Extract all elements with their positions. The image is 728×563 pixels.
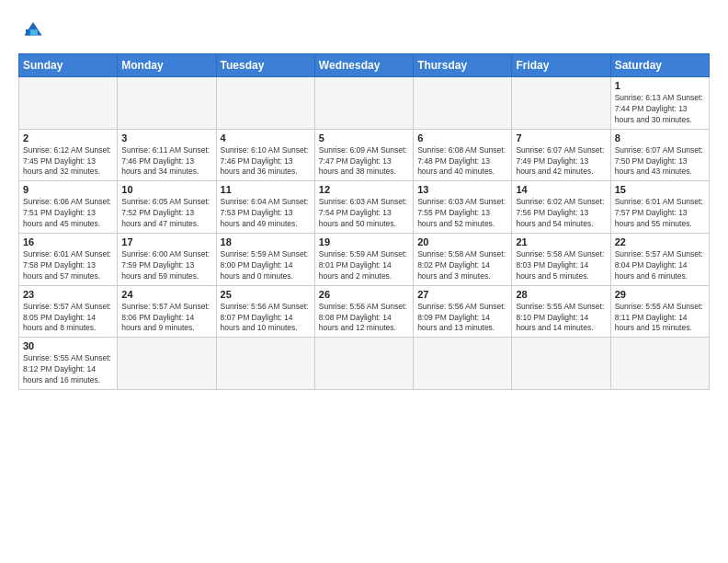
weekday-header-tuesday: Tuesday bbox=[216, 54, 314, 77]
day-number: 23 bbox=[23, 289, 113, 300]
day-cell: 10Sunrise: 6:05 AM Sunset: 7:52 PM Dayli… bbox=[118, 181, 216, 234]
day-cell: 20Sunrise: 5:58 AM Sunset: 8:02 PM Dayli… bbox=[414, 234, 512, 286]
day-number: 12 bbox=[319, 184, 409, 195]
day-number: 13 bbox=[417, 184, 507, 195]
day-number: 30 bbox=[23, 340, 113, 351]
day-number: 10 bbox=[121, 184, 211, 195]
day-cell bbox=[512, 77, 610, 130]
day-info: Sunrise: 5:56 AM Sunset: 8:07 PM Dayligh… bbox=[221, 302, 311, 335]
day-cell: 22Sunrise: 5:57 AM Sunset: 8:04 PM Dayli… bbox=[610, 234, 709, 286]
day-info: Sunrise: 6:01 AM Sunset: 7:58 PM Dayligh… bbox=[23, 249, 113, 282]
day-cell: 4Sunrise: 6:10 AM Sunset: 7:46 PM Daylig… bbox=[216, 129, 314, 181]
day-info: Sunrise: 6:05 AM Sunset: 7:52 PM Dayligh… bbox=[121, 197, 211, 230]
day-cell: 12Sunrise: 6:03 AM Sunset: 7:54 PM Dayli… bbox=[314, 181, 413, 234]
day-number: 1 bbox=[615, 80, 705, 91]
weekday-header-thursday: Thursday bbox=[414, 54, 512, 77]
day-cell: 24Sunrise: 5:57 AM Sunset: 8:06 PM Dayli… bbox=[118, 285, 216, 338]
day-cell bbox=[118, 338, 216, 390]
day-cell: 25Sunrise: 5:56 AM Sunset: 8:07 PM Dayli… bbox=[216, 285, 314, 338]
day-info: Sunrise: 6:01 AM Sunset: 7:57 PM Dayligh… bbox=[615, 197, 705, 230]
day-number: 6 bbox=[417, 132, 507, 144]
svg-rect-3 bbox=[26, 29, 30, 35]
day-info: Sunrise: 6:03 AM Sunset: 7:55 PM Dayligh… bbox=[417, 197, 507, 230]
day-cell: 5Sunrise: 6:09 AM Sunset: 7:47 PM Daylig… bbox=[314, 129, 413, 181]
day-cell: 19Sunrise: 5:59 AM Sunset: 8:01 PM Dayli… bbox=[314, 234, 413, 286]
day-number: 7 bbox=[516, 132, 606, 144]
day-info: Sunrise: 6:00 AM Sunset: 7:59 PM Dayligh… bbox=[121, 249, 211, 282]
day-number: 24 bbox=[121, 289, 211, 300]
day-cell bbox=[19, 77, 118, 130]
day-number: 21 bbox=[516, 236, 606, 247]
day-cell: 14Sunrise: 6:02 AM Sunset: 7:56 PM Dayli… bbox=[512, 181, 610, 234]
page: SundayMondayTuesdayWednesdayThursdayFrid… bbox=[0, 0, 728, 399]
day-cell: 29Sunrise: 5:55 AM Sunset: 8:11 PM Dayli… bbox=[610, 285, 709, 338]
week-row-2: 9Sunrise: 6:06 AM Sunset: 7:51 PM Daylig… bbox=[19, 181, 710, 234]
day-info: Sunrise: 6:03 AM Sunset: 7:54 PM Dayligh… bbox=[319, 197, 409, 230]
week-row-4: 23Sunrise: 5:57 AM Sunset: 8:05 PM Dayli… bbox=[19, 285, 710, 338]
day-cell: 28Sunrise: 5:55 AM Sunset: 8:10 PM Dayli… bbox=[512, 285, 610, 338]
day-number: 15 bbox=[615, 184, 705, 195]
week-row-5: 30Sunrise: 5:55 AM Sunset: 8:12 PM Dayli… bbox=[19, 338, 710, 390]
day-number: 28 bbox=[516, 289, 606, 300]
day-cell: 21Sunrise: 5:58 AM Sunset: 8:03 PM Dayli… bbox=[512, 234, 610, 286]
day-info: Sunrise: 6:04 AM Sunset: 7:53 PM Dayligh… bbox=[221, 197, 311, 230]
day-cell: 18Sunrise: 5:59 AM Sunset: 8:00 PM Dayli… bbox=[216, 234, 314, 286]
day-info: Sunrise: 6:02 AM Sunset: 7:56 PM Dayligh… bbox=[516, 197, 606, 230]
logo bbox=[18, 15, 51, 44]
day-cell: 1Sunrise: 6:13 AM Sunset: 7:44 PM Daylig… bbox=[610, 77, 709, 130]
day-info: Sunrise: 5:55 AM Sunset: 8:12 PM Dayligh… bbox=[23, 353, 113, 386]
day-info: Sunrise: 6:07 AM Sunset: 7:49 PM Dayligh… bbox=[516, 145, 606, 178]
day-number: 3 bbox=[121, 132, 211, 144]
day-number: 14 bbox=[516, 184, 606, 195]
day-info: Sunrise: 5:57 AM Sunset: 8:06 PM Dayligh… bbox=[121, 302, 211, 335]
day-cell: 11Sunrise: 6:04 AM Sunset: 7:53 PM Dayli… bbox=[216, 181, 314, 234]
day-cell: 13Sunrise: 6:03 AM Sunset: 7:55 PM Dayli… bbox=[414, 181, 512, 234]
day-cell: 6Sunrise: 6:08 AM Sunset: 7:48 PM Daylig… bbox=[414, 129, 512, 181]
day-cell: 26Sunrise: 5:56 AM Sunset: 8:08 PM Dayli… bbox=[314, 285, 413, 338]
day-cell: 2Sunrise: 6:12 AM Sunset: 7:45 PM Daylig… bbox=[19, 129, 118, 181]
calendar: SundayMondayTuesdayWednesdayThursdayFrid… bbox=[18, 53, 710, 390]
day-info: Sunrise: 6:07 AM Sunset: 7:50 PM Dayligh… bbox=[615, 145, 705, 178]
day-cell: 8Sunrise: 6:07 AM Sunset: 7:50 PM Daylig… bbox=[610, 129, 709, 181]
day-cell: 3Sunrise: 6:11 AM Sunset: 7:46 PM Daylig… bbox=[118, 129, 216, 181]
day-number: 5 bbox=[319, 132, 409, 144]
day-cell bbox=[512, 338, 610, 390]
day-number: 19 bbox=[319, 236, 409, 247]
day-info: Sunrise: 6:10 AM Sunset: 7:46 PM Dayligh… bbox=[221, 145, 311, 178]
logo-icon bbox=[18, 15, 48, 44]
day-cell bbox=[216, 77, 314, 130]
day-number: 16 bbox=[23, 236, 113, 247]
day-cell bbox=[414, 77, 512, 130]
day-cell: 16Sunrise: 6:01 AM Sunset: 7:58 PM Dayli… bbox=[19, 234, 118, 286]
day-cell: 27Sunrise: 5:56 AM Sunset: 8:09 PM Dayli… bbox=[414, 285, 512, 338]
day-number: 29 bbox=[615, 289, 705, 300]
day-cell bbox=[314, 338, 413, 390]
day-info: Sunrise: 5:59 AM Sunset: 8:01 PM Dayligh… bbox=[319, 249, 409, 282]
day-info: Sunrise: 5:58 AM Sunset: 8:02 PM Dayligh… bbox=[417, 249, 507, 282]
week-row-0: 1Sunrise: 6:13 AM Sunset: 7:44 PM Daylig… bbox=[19, 77, 710, 130]
day-cell bbox=[216, 338, 314, 390]
day-info: Sunrise: 5:57 AM Sunset: 8:04 PM Dayligh… bbox=[615, 249, 705, 282]
weekday-header-friday: Friday bbox=[512, 54, 610, 77]
day-info: Sunrise: 5:56 AM Sunset: 8:08 PM Dayligh… bbox=[319, 302, 409, 335]
day-cell: 15Sunrise: 6:01 AM Sunset: 7:57 PM Dayli… bbox=[610, 181, 709, 234]
day-number: 22 bbox=[615, 236, 705, 247]
day-info: Sunrise: 6:08 AM Sunset: 7:48 PM Dayligh… bbox=[417, 145, 507, 178]
day-info: Sunrise: 6:13 AM Sunset: 7:44 PM Dayligh… bbox=[615, 93, 705, 126]
day-number: 18 bbox=[221, 236, 311, 247]
week-row-1: 2Sunrise: 6:12 AM Sunset: 7:45 PM Daylig… bbox=[19, 129, 710, 181]
weekday-header-wednesday: Wednesday bbox=[314, 54, 413, 77]
day-info: Sunrise: 5:58 AM Sunset: 8:03 PM Dayligh… bbox=[516, 249, 606, 282]
day-info: Sunrise: 6:11 AM Sunset: 7:46 PM Dayligh… bbox=[121, 145, 211, 178]
day-number: 20 bbox=[417, 236, 507, 247]
day-info: Sunrise: 5:57 AM Sunset: 8:05 PM Dayligh… bbox=[23, 302, 113, 335]
weekday-header-monday: Monday bbox=[118, 54, 216, 77]
day-number: 4 bbox=[221, 132, 311, 144]
day-number: 26 bbox=[319, 289, 409, 300]
day-number: 27 bbox=[417, 289, 507, 300]
day-info: Sunrise: 5:55 AM Sunset: 8:10 PM Dayligh… bbox=[516, 302, 606, 335]
header bbox=[18, 15, 710, 44]
day-number: 9 bbox=[23, 184, 113, 195]
day-number: 11 bbox=[221, 184, 311, 195]
day-cell bbox=[414, 338, 512, 390]
